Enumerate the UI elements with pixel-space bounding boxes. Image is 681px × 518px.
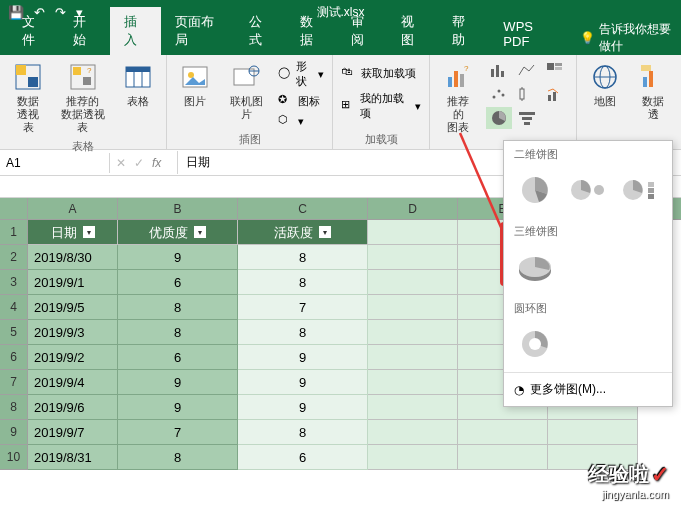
- cell-quality[interactable]: 6: [118, 345, 238, 370]
- name-box[interactable]: A1: [0, 153, 110, 173]
- cell-date[interactable]: 2019/9/1: [28, 270, 118, 295]
- cell-quality[interactable]: 8: [118, 320, 238, 345]
- cell-activity[interactable]: 8: [238, 420, 368, 445]
- cell-activity[interactable]: 8: [238, 270, 368, 295]
- row-header[interactable]: 2: [0, 245, 28, 270]
- online-pictures-button[interactable]: 联机图片: [223, 59, 270, 123]
- row-header[interactable]: 6: [0, 345, 28, 370]
- cell-date[interactable]: 2019/8/31: [28, 445, 118, 470]
- map-button[interactable]: 地图: [585, 59, 625, 110]
- tab-view[interactable]: 视图: [387, 7, 438, 55]
- cell-quality[interactable]: 6: [118, 270, 238, 295]
- cell-activity[interactable]: 9: [238, 395, 368, 420]
- cell[interactable]: [368, 245, 458, 270]
- recommended-charts-button[interactable]: ? 推荐的 图表: [438, 59, 478, 137]
- tab-wps-pdf[interactable]: WPS PDF: [489, 13, 569, 55]
- cell-date[interactable]: 2019/9/7: [28, 420, 118, 445]
- row-header[interactable]: 7: [0, 370, 28, 395]
- pie-of-pie-option[interactable]: [566, 172, 608, 208]
- tab-file[interactable]: 文件: [8, 7, 59, 55]
- shapes-button[interactable]: ◯形状▾: [278, 59, 324, 89]
- row-header[interactable]: 8: [0, 395, 28, 420]
- cell-date[interactable]: 2019/8/30: [28, 245, 118, 270]
- cell-activity[interactable]: 6: [238, 445, 368, 470]
- pivot-chart-button[interactable]: 数据透: [633, 59, 673, 123]
- formula-bar[interactable]: 日期: [177, 151, 218, 174]
- hierarchy-chart-button[interactable]: [542, 59, 568, 81]
- tab-insert[interactable]: 插入: [110, 7, 161, 55]
- pie-3d-option[interactable]: [514, 249, 556, 285]
- fx-icon[interactable]: fx: [152, 156, 161, 170]
- cell[interactable]: [458, 445, 548, 470]
- row-header[interactable]: 9: [0, 420, 28, 445]
- row-header[interactable]: 3: [0, 270, 28, 295]
- cell[interactable]: [548, 420, 638, 445]
- header-quality[interactable]: 优质度▾: [118, 220, 238, 245]
- cell-activity[interactable]: 9: [238, 345, 368, 370]
- cell[interactable]: [368, 445, 458, 470]
- cell[interactable]: [368, 395, 458, 420]
- cell[interactable]: [368, 295, 458, 320]
- cell-quality[interactable]: 7: [118, 420, 238, 445]
- cell-date[interactable]: 2019/9/4: [28, 370, 118, 395]
- tab-page-layout[interactable]: 页面布局: [161, 7, 235, 55]
- col-header-d[interactable]: D: [368, 198, 458, 219]
- tab-help[interactable]: 帮助: [438, 7, 489, 55]
- cell[interactable]: [368, 345, 458, 370]
- cell[interactable]: [368, 370, 458, 395]
- filter-dropdown-icon[interactable]: ▾: [194, 226, 206, 238]
- row-header[interactable]: 5: [0, 320, 28, 345]
- cell[interactable]: [368, 270, 458, 295]
- cell[interactable]: [458, 420, 548, 445]
- cell[interactable]: [368, 420, 458, 445]
- cell-date[interactable]: 2019/9/3: [28, 320, 118, 345]
- pie-chart-button[interactable]: [486, 107, 512, 129]
- table-button[interactable]: 表格: [118, 59, 158, 110]
- scatter-chart-button[interactable]: [486, 83, 512, 105]
- cell[interactable]: [368, 320, 458, 345]
- cancel-icon[interactable]: ✕: [116, 156, 126, 170]
- recommended-pivot-button[interactable]: ? 推荐的 数据透视表: [56, 59, 110, 137]
- pivot-table-button[interactable]: 数据 透视表: [8, 59, 48, 137]
- tell-me-search[interactable]: 💡 告诉我你想要做什: [580, 21, 681, 55]
- tab-formulas[interactable]: 公式: [235, 7, 286, 55]
- column-chart-button[interactable]: [486, 59, 512, 81]
- tab-home[interactable]: 开始: [59, 7, 110, 55]
- row-header[interactable]: 1: [0, 220, 28, 245]
- cell-quality[interactable]: 9: [118, 370, 238, 395]
- row-header[interactable]: 4: [0, 295, 28, 320]
- col-header-a[interactable]: A: [28, 198, 118, 219]
- select-all-corner[interactable]: [0, 198, 28, 220]
- get-addins-button[interactable]: 🛍获取加载项: [341, 65, 421, 81]
- cell-quality[interactable]: 8: [118, 295, 238, 320]
- bar-of-pie-option[interactable]: [618, 172, 660, 208]
- cell-quality[interactable]: 8: [118, 445, 238, 470]
- combo-chart-button[interactable]: [542, 83, 568, 105]
- filter-dropdown-icon[interactable]: ▾: [319, 226, 331, 238]
- cell-date[interactable]: 2019/9/2: [28, 345, 118, 370]
- filter-dropdown-icon[interactable]: ▾: [83, 226, 95, 238]
- col-header-b[interactable]: B: [118, 198, 238, 219]
- more-pie-charts-button[interactable]: ◔ 更多饼图(M)...: [504, 372, 672, 406]
- cell-activity[interactable]: 7: [238, 295, 368, 320]
- cell-activity[interactable]: 8: [238, 320, 368, 345]
- col-header-c[interactable]: C: [238, 198, 368, 219]
- header-activity[interactable]: 活跃度▾: [238, 220, 368, 245]
- cell-date[interactable]: 2019/9/5: [28, 295, 118, 320]
- pie-2d-option[interactable]: [514, 172, 556, 208]
- cell-activity[interactable]: 9: [238, 370, 368, 395]
- funnel-chart-button[interactable]: [514, 107, 540, 129]
- header-date[interactable]: 日期▾: [28, 220, 118, 245]
- cell-quality[interactable]: 9: [118, 245, 238, 270]
- cell-activity[interactable]: 8: [238, 245, 368, 270]
- my-addins-button[interactable]: ⊞我的加载项▾: [341, 91, 421, 121]
- pictures-button[interactable]: 图片: [175, 59, 215, 110]
- 3d-models-button[interactable]: ⬡▾: [278, 113, 324, 129]
- donut-option[interactable]: [514, 326, 556, 362]
- enter-icon[interactable]: ✓: [134, 156, 144, 170]
- row-header[interactable]: 10: [0, 445, 28, 470]
- line-chart-button[interactable]: [514, 59, 540, 81]
- cell-quality[interactable]: 9: [118, 395, 238, 420]
- cell[interactable]: [368, 220, 458, 245]
- icons-button[interactable]: ✪图标: [278, 93, 324, 109]
